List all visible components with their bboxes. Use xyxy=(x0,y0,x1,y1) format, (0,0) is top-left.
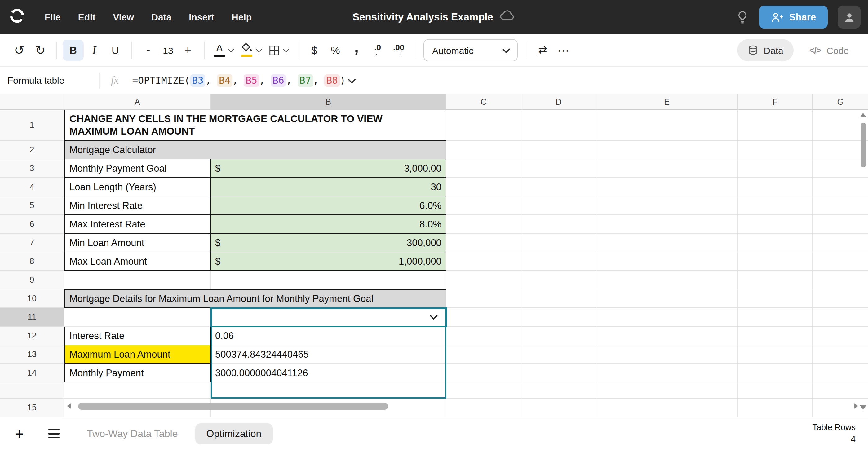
cell[interactable] xyxy=(446,196,521,215)
share-button[interactable]: Share xyxy=(759,6,828,29)
cell[interactable] xyxy=(446,110,521,141)
cell[interactable] xyxy=(521,110,596,141)
bold-button[interactable]: B xyxy=(63,40,84,61)
column-header-d[interactable]: D xyxy=(521,94,596,110)
cell[interactable] xyxy=(738,364,813,382)
cell[interactable] xyxy=(211,382,446,398)
scroll-down-arrow[interactable] xyxy=(860,406,866,410)
cell-a3-label[interactable]: Monthly Payment Goal xyxy=(64,159,211,178)
row-header-13[interactable]: 13 xyxy=(0,345,64,364)
cell[interactable] xyxy=(446,178,521,196)
cell[interactable] xyxy=(596,398,738,417)
cell-a2-section-header[interactable]: Mortgage Calculator xyxy=(64,141,446,159)
cell[interactable] xyxy=(813,141,868,159)
account-avatar-button[interactable] xyxy=(838,6,861,29)
row-header-5[interactable]: 5 xyxy=(0,196,64,215)
cell[interactable] xyxy=(446,364,521,382)
cell[interactable] xyxy=(446,327,521,345)
cell[interactable] xyxy=(738,110,813,141)
menu-insert[interactable]: Insert xyxy=(180,12,223,22)
cell[interactable] xyxy=(521,178,596,196)
cell-b13-value[interactable]: 500374.84324440465 xyxy=(211,345,446,364)
scroll-up-arrow[interactable] xyxy=(860,113,866,117)
row-header-1[interactable]: 1 xyxy=(0,110,64,141)
cell[interactable] xyxy=(521,398,596,417)
row-header-12[interactable]: 12 xyxy=(0,327,64,345)
cell-a12-label[interactable]: Interest Rate xyxy=(64,327,211,345)
cell-b7-value[interactable]: $300,000 xyxy=(211,234,446,252)
column-header-g[interactable]: G xyxy=(813,94,868,110)
lightbulb-icon[interactable] xyxy=(736,10,749,24)
cell[interactable] xyxy=(446,234,521,252)
cell-a6-label[interactable]: Max Interest Rate xyxy=(64,215,211,234)
undo-button[interactable]: ↺ xyxy=(9,40,30,61)
cell[interactable] xyxy=(521,215,596,234)
cell[interactable] xyxy=(596,234,738,252)
cell[interactable] xyxy=(813,327,868,345)
cell[interactable] xyxy=(813,234,868,252)
cell[interactable] xyxy=(446,398,521,417)
data-panel-button[interactable]: Data xyxy=(737,39,794,61)
cell[interactable] xyxy=(446,345,521,364)
cell[interactable] xyxy=(596,110,738,141)
scroll-right-arrow[interactable] xyxy=(854,403,858,409)
cell[interactable] xyxy=(521,141,596,159)
scroll-left-arrow[interactable] xyxy=(67,403,71,409)
cell[interactable] xyxy=(813,308,868,327)
cell-a5-label[interactable]: Min Interest Rate xyxy=(64,196,211,215)
cell[interactable] xyxy=(64,271,211,289)
cell[interactable] xyxy=(813,271,868,289)
cell[interactable] xyxy=(521,345,596,364)
cell[interactable] xyxy=(446,215,521,234)
thousands-separator-button[interactable]: , xyxy=(346,40,367,61)
cell-a1-banner[interactable]: CHANGE ANY CELLS IN THE MORTGAGE CALCULA… xyxy=(64,110,446,141)
cell[interactable] xyxy=(596,271,738,289)
column-header-f[interactable]: F xyxy=(738,94,813,110)
number-format-select[interactable]: Automatic xyxy=(424,39,518,61)
cell[interactable] xyxy=(813,382,868,398)
cell[interactable] xyxy=(738,141,813,159)
cell[interactable] xyxy=(738,382,813,398)
row-header-7[interactable]: 7 xyxy=(0,234,64,252)
cell-a10-section-header[interactable]: Mortgage Details for Maximum Loan Amount… xyxy=(64,289,446,308)
menu-help[interactable]: Help xyxy=(223,12,260,22)
cell[interactable] xyxy=(738,234,813,252)
cell[interactable] xyxy=(521,252,596,271)
formula-input[interactable]: =OPTIMIZE(B3, B4, B5, B6, B7, B8) xyxy=(132,74,346,87)
cell-a11[interactable] xyxy=(64,308,211,327)
column-header-e[interactable]: E xyxy=(596,94,738,110)
cell[interactable] xyxy=(813,215,868,234)
cell[interactable] xyxy=(521,159,596,178)
formula-bar-expand-chevron[interactable] xyxy=(348,75,356,83)
cell[interactable] xyxy=(738,327,813,345)
app-logo[interactable] xyxy=(6,6,27,28)
cell[interactable] xyxy=(446,252,521,271)
cell[interactable] xyxy=(521,364,596,382)
menu-edit[interactable]: Edit xyxy=(69,12,104,22)
cell[interactable] xyxy=(813,196,868,215)
underline-button[interactable]: U xyxy=(105,40,126,61)
cell[interactable] xyxy=(64,382,211,398)
cell[interactable] xyxy=(446,271,521,289)
borders-button[interactable] xyxy=(265,40,292,61)
row-header-2[interactable]: 2 xyxy=(0,141,64,159)
sheet-tab-two-way-data-table[interactable]: Two-Way Data Table xyxy=(87,428,178,439)
cell[interactable] xyxy=(738,345,813,364)
column-header-c[interactable]: C xyxy=(446,94,521,110)
cell[interactable] xyxy=(813,289,868,308)
cell-b8-value[interactable]: $1,000,000 xyxy=(211,252,446,271)
code-panel-button[interactable]: </> Code xyxy=(799,39,859,61)
vertical-scrollbar-thumb[interactable] xyxy=(861,123,866,167)
cell-a8-label[interactable]: Max Loan Amount xyxy=(64,252,211,271)
menu-view[interactable]: View xyxy=(104,12,143,22)
cell[interactable] xyxy=(596,289,738,308)
cell[interactable] xyxy=(596,215,738,234)
name-box[interactable]: Formula table xyxy=(6,75,99,86)
cell[interactable] xyxy=(738,215,813,234)
cell[interactable] xyxy=(738,308,813,327)
cell[interactable] xyxy=(738,196,813,215)
cell[interactable] xyxy=(596,364,738,382)
cell[interactable] xyxy=(446,159,521,178)
cell[interactable] xyxy=(596,178,738,196)
italic-button[interactable]: I xyxy=(84,40,105,61)
